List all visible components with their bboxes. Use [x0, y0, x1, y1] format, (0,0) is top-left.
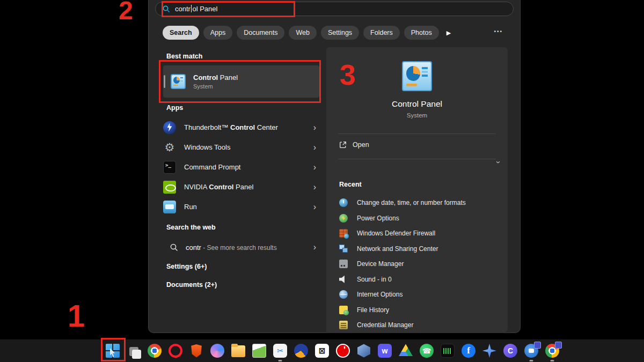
- app-result-label: NVIDIA Control Panel: [184, 183, 253, 191]
- clipchamp-icon: [503, 344, 517, 358]
- taskbar-button-msi-center[interactable]: [210, 344, 224, 358]
- app-result-windows-tools[interactable]: Windows Tools›: [157, 137, 320, 157]
- taskbar-button-chrome-profile[interactable]: [545, 344, 559, 358]
- chevron-right-icon: ›: [313, 143, 316, 152]
- app-result-command-prompt[interactable]: Command Prompt›: [157, 157, 320, 177]
- recent-item-datetime[interactable]: Change date, time, or number formats: [339, 195, 503, 211]
- taskbar-button-google-drive[interactable]: [399, 344, 413, 358]
- app-result-nvidia[interactable]: NVIDIA Control Panel›: [157, 177, 320, 197]
- recent-item-credential-manager[interactable]: Credential Manager: [339, 317, 503, 333]
- web-query: contr: [186, 243, 201, 252]
- filter-tab-folders[interactable]: Folders: [363, 26, 400, 40]
- windows-tools-icon: [163, 141, 176, 154]
- filter-tab-web[interactable]: Web: [289, 26, 316, 40]
- recent-item-internet-options[interactable]: Internet Options: [339, 287, 503, 302]
- filter-tab-photos[interactable]: Photos: [404, 26, 439, 40]
- taskbar-button-snipping-tool[interactable]: [273, 344, 287, 358]
- filter-tab-documents[interactable]: Documents: [237, 26, 284, 40]
- wondershare-icon: [378, 344, 392, 358]
- recent-item-network[interactable]: Network and Sharing Center: [339, 241, 503, 257]
- web-search-result[interactable]: contr - See more search results ›: [163, 238, 320, 257]
- taskbar-button-screen-recorder[interactable]: [524, 344, 538, 358]
- web-suffix: - See more search results: [201, 244, 277, 252]
- recent-item-device-manager[interactable]: Device Manager: [339, 256, 503, 272]
- firewall-icon: [339, 229, 348, 238]
- documents-group-heading[interactable]: Documents (2+): [166, 281, 217, 289]
- download-manager-icon: [294, 344, 308, 358]
- screen-recorder-icon: [524, 344, 538, 358]
- app-result-label: Thunderbolt™ Control Center: [184, 123, 278, 131]
- taskbar-button-vodafone[interactable]: [336, 344, 350, 358]
- taskbar-button-file-explorer[interactable]: [231, 344, 245, 358]
- filter-tab-apps[interactable]: Apps: [203, 26, 233, 40]
- chevron-down-icon[interactable]: ›: [494, 161, 503, 164]
- annotation-step-3: 3: [340, 60, 356, 89]
- filter-tab-settings[interactable]: Settings: [321, 26, 359, 40]
- audio-editor-icon: [441, 344, 455, 358]
- taskbar-button-opera[interactable]: [169, 344, 182, 358]
- external-link-icon: [339, 141, 347, 149]
- copilot-icon: [482, 344, 496, 358]
- chrome-icon: [148, 344, 162, 358]
- run-icon: [163, 201, 176, 213]
- network-icon: [339, 245, 348, 253]
- taskbar-button-task-view[interactable]: [127, 344, 141, 358]
- taskbar-button-brave[interactable]: [189, 344, 203, 358]
- control-panel-icon-large: [402, 61, 432, 91]
- datetime-icon: [339, 198, 348, 207]
- recent-item-file-history[interactable]: File History: [339, 302, 503, 318]
- recent-item-sound[interactable]: Sound - in 0: [339, 272, 503, 287]
- task-view-icon: [129, 347, 138, 356]
- taskbar-button-virtualbox[interactable]: [357, 344, 371, 358]
- chevron-right-icon: ›: [313, 243, 316, 252]
- annotation-rect-search: [162, 1, 295, 17]
- chevron-right-icon: ›: [313, 203, 316, 211]
- taskbar-button-wondershare[interactable]: [378, 344, 392, 358]
- recent-item-label: Device Manager: [357, 260, 404, 268]
- brave-icon: [189, 344, 203, 358]
- google-drive-icon: [399, 344, 413, 358]
- facebook-icon: [462, 344, 475, 358]
- taskbar-button-photo-editor[interactable]: [252, 344, 266, 358]
- power-icon: [339, 214, 348, 223]
- divider: [338, 159, 496, 159]
- recent-item-firewall[interactable]: Windows Defender Firewall: [339, 226, 503, 241]
- taskbar-button-clipchamp[interactable]: [503, 344, 517, 358]
- whatsapp-icon: [420, 344, 434, 358]
- search-filter-tabs: SearchAppsDocumentsWebSettingsFoldersPho…: [163, 26, 451, 40]
- taskbar-button-copilot[interactable]: [482, 344, 496, 358]
- chevron-right-icon: ›: [313, 183, 316, 191]
- recent-item-label: Sound - in 0: [357, 276, 392, 283]
- app-result-thunderbolt[interactable]: Thunderbolt™ Control Center›: [157, 117, 320, 137]
- chrome-profile-icon: [545, 344, 559, 358]
- taskbar-button-chrome[interactable]: [148, 344, 162, 358]
- taskbar-button-facebook[interactable]: [462, 344, 475, 358]
- chevron-right-icon: ›: [313, 163, 316, 172]
- recent-item-label: Change date, time, or number formats: [357, 199, 466, 206]
- photo-editor-icon: [252, 344, 266, 358]
- app-result-label: Windows Tools: [184, 143, 230, 151]
- annotation-rect-start: [101, 338, 126, 361]
- more-options-button[interactable]: •••: [494, 28, 503, 34]
- play-arrow-icon[interactable]: ▶: [447, 29, 451, 36]
- app-result-run[interactable]: Run›: [157, 197, 320, 217]
- taskbar-button-audio-editor[interactable]: [441, 344, 455, 358]
- taskbar-button-capcut[interactable]: [315, 344, 329, 358]
- taskbar-button-download-manager[interactable]: [294, 344, 308, 358]
- annotation-step-2: 2: [119, 0, 133, 24]
- file-explorer-icon: [231, 345, 245, 357]
- recent-item-power[interactable]: Power Options: [339, 211, 503, 226]
- taskbar-button-whatsapp[interactable]: [420, 344, 434, 358]
- snipping-tool-icon: [273, 344, 287, 358]
- file-history-icon: [339, 306, 348, 314]
- open-button[interactable]: Open: [339, 141, 369, 149]
- internet-options-icon: [339, 290, 348, 299]
- recent-item-label: Internet Options: [357, 291, 402, 298]
- recent-item-label: File History: [357, 306, 389, 314]
- thunderbolt-icon: [163, 121, 176, 134]
- recent-item-label: Network and Sharing Center: [357, 245, 438, 253]
- recent-item-label: Power Options: [357, 215, 399, 222]
- settings-group-heading[interactable]: Settings (6+): [166, 263, 207, 270]
- divider: [338, 134, 496, 134]
- filter-tab-search[interactable]: Search: [163, 26, 199, 40]
